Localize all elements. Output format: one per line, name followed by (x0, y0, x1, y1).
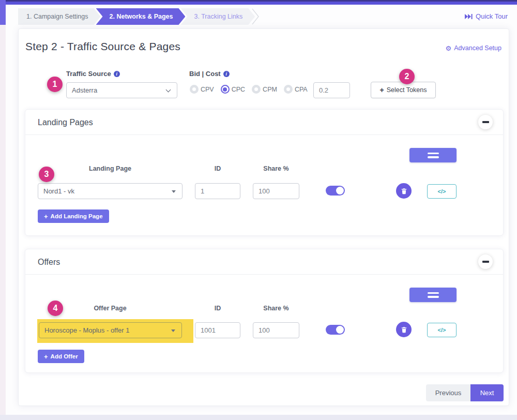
fast-forward-icon (465, 13, 473, 20)
left-background-strip (0, 25, 6, 420)
offers-title: Offers (38, 258, 60, 267)
add-landing-page-button[interactable]: + Add Landing Page (38, 209, 109, 223)
chevron-down-icon (166, 87, 171, 93)
collapse-landing-button[interactable] (478, 115, 493, 129)
landing-id-input[interactable] (195, 183, 240, 199)
trash-icon (401, 188, 407, 194)
gear-icon: ⚙ (446, 45, 452, 52)
offer-page-value: Horoscope - Moplus - offer 1 (44, 326, 130, 334)
tab-tracking-links[interactable]: 3. Tracking Links (180, 8, 255, 25)
toggle-knob (336, 326, 344, 334)
divider (25, 274, 503, 275)
minus-icon (482, 121, 489, 123)
campaign-wizard-page: 1. Campaign Settings 2. Networks & Pages… (0, 0, 517, 420)
code-icon: </> (438, 327, 446, 333)
column-header-share: Share % (253, 165, 299, 172)
reorder-handle-button[interactable] (409, 288, 457, 302)
offer-code-button[interactable]: </> (427, 323, 457, 337)
tab-networks-pages[interactable]: 2. Networks & Pages (96, 8, 186, 25)
left-accent-bar (0, 0, 6, 25)
landing-enabled-toggle[interactable] (326, 186, 345, 196)
offer-share-input[interactable] (253, 322, 299, 338)
page-title: Step 2 - Traffic Source & Pages (25, 40, 180, 53)
column-header-id: ID (195, 305, 240, 312)
toggle-knob (336, 187, 344, 194)
quick-tour-link[interactable]: Quick Tour (465, 12, 508, 20)
annotation-badge-4: 4 (48, 301, 63, 316)
annotation-badge-3: 3 (39, 167, 54, 182)
column-header-share: Share % (253, 305, 299, 312)
radio-circle-icon (252, 85, 261, 94)
offers-section: Offers Offer Page ID Share % Horoscope -… (25, 249, 504, 373)
radio-circle-icon (284, 85, 293, 94)
bid-value-input[interactable] (313, 82, 350, 98)
code-icon: </> (438, 188, 446, 194)
offer-id-input[interactable] (195, 322, 240, 338)
plus-icon: + (44, 353, 48, 361)
collapse-offers-button[interactable] (478, 254, 493, 269)
column-header-id: ID (195, 165, 240, 172)
offer-enabled-toggle[interactable] (326, 325, 345, 335)
tab-campaign-settings[interactable]: 1. Campaign Settings (18, 8, 101, 25)
landing-share-input[interactable] (253, 183, 299, 199)
column-header-landing-page: Landing Page (38, 165, 183, 172)
info-icon[interactable] (114, 71, 120, 77)
caret-down-icon (171, 329, 175, 332)
trash-icon (401, 326, 407, 333)
wizard-nav-buttons: Previous Next (426, 384, 504, 401)
landing-page-select[interactable]: Nord1 - vk (38, 183, 183, 199)
bar-icon (428, 156, 439, 158)
annotation-badge-1: 1 (47, 77, 63, 92)
bid-type-radio-group: CPV CPC CPM CPA (190, 85, 308, 94)
landing-code-button[interactable]: </> (427, 184, 457, 199)
offer-page-select[interactable]: Horoscope - Moplus - offer 1 (39, 322, 182, 338)
next-button[interactable]: Next (470, 384, 504, 401)
radio-cpm[interactable]: CPM (252, 85, 277, 94)
divider (25, 134, 503, 135)
radio-cpc[interactable]: CPC (221, 85, 245, 94)
reorder-handle-button[interactable] (409, 148, 457, 162)
browser-top-bar (0, 0, 517, 5)
radio-circle-icon (190, 85, 199, 94)
radio-cpv[interactable]: CPV (190, 85, 214, 94)
bar-icon (428, 296, 439, 298)
landing-pages-title: Landing Pages (38, 118, 93, 127)
advanced-setup-label: Advanced Setup (454, 44, 501, 52)
advanced-setup-link[interactable]: ⚙ Advanced Setup (446, 44, 501, 52)
radio-circle-icon (221, 85, 230, 94)
select-tokens-button[interactable]: + Select Tokens (371, 82, 436, 98)
landing-pages-section: Landing Pages Landing Page ID Share % No… (25, 109, 504, 236)
delete-offer-button[interactable] (396, 322, 412, 337)
bid-cost-label: Bid | Cost (189, 70, 230, 78)
plus-icon: + (44, 213, 48, 220)
add-offer-button[interactable]: + Add Offer (38, 350, 84, 363)
traffic-source-select[interactable]: Adsterra (66, 82, 177, 98)
wizard-step-tabs: 1. Campaign Settings 2. Networks & Pages… (18, 8, 260, 25)
traffic-source-value: Adsterra (72, 86, 97, 94)
annotation-badge-2: 2 (399, 69, 415, 84)
bar-icon (428, 292, 439, 294)
traffic-source-label: Traffic Source (66, 70, 120, 78)
bar-icon (428, 153, 439, 155)
main-card: Step 2 - Traffic Source & Pages ⚙ Advanc… (18, 28, 509, 406)
previous-button[interactable]: Previous (426, 384, 470, 401)
info-icon[interactable] (223, 71, 230, 77)
plus-icon: + (380, 86, 384, 94)
caret-down-icon (172, 190, 176, 193)
quick-tour-label: Quick Tour (476, 12, 508, 20)
minus-icon (482, 261, 489, 263)
radio-cpa[interactable]: CPA (284, 85, 308, 94)
landing-page-value: Nord1 - vk (43, 187, 74, 195)
delete-landing-button[interactable] (396, 183, 412, 199)
bottom-background-strip (0, 415, 517, 420)
